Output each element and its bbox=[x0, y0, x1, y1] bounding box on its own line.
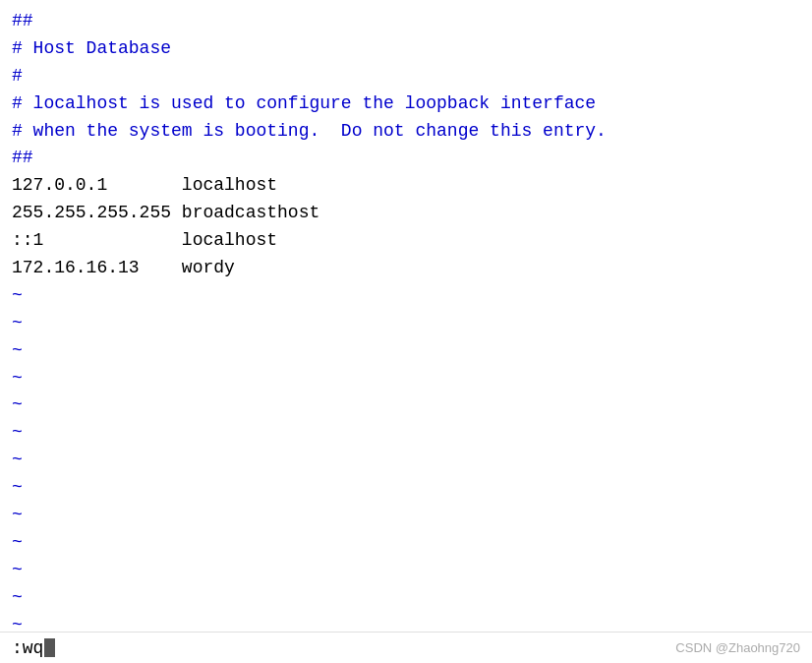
editor-line: ## bbox=[12, 8, 800, 35]
editor-line: 255.255.255.255 broadcasthost bbox=[12, 200, 800, 227]
tilde-line: ~ bbox=[12, 474, 800, 502]
editor-line: 172.16.16.13 wordy bbox=[12, 255, 800, 282]
editor-line: # when the system is booting. Do not cha… bbox=[12, 118, 800, 146]
tilde-line: ~ bbox=[12, 584, 800, 612]
editor-line: 127.0.0.1 localhost bbox=[12, 172, 800, 200]
tilde-line: ~ bbox=[12, 365, 800, 392]
editor-lines: ### Host Database## localhost is used to… bbox=[12, 8, 800, 282]
tilde-line: ~ bbox=[12, 529, 800, 557]
tilde-line: ~ bbox=[12, 502, 800, 529]
command-text: :wq bbox=[12, 638, 43, 658]
editor-line: # localhost is used to configure the loo… bbox=[12, 90, 800, 118]
editor-container: ### Host Database## localhost is used to… bbox=[0, 0, 812, 663]
tilde-line: ~ bbox=[12, 392, 800, 419]
tilde-line: ~ bbox=[12, 282, 800, 310]
tilde-line: ~ bbox=[12, 557, 800, 584]
editor-line: ## bbox=[12, 145, 800, 172]
cursor bbox=[44, 638, 55, 657]
tilde-line: ~ bbox=[12, 419, 800, 447]
tilde-lines: ~~~~~~~~~~~~~ bbox=[12, 282, 800, 639]
watermark: CSDN @Zhaohng720 bbox=[675, 640, 800, 655]
editor-line: ::1 localhost bbox=[12, 227, 800, 255]
status-bar: :wq CSDN @Zhaohng720 bbox=[0, 632, 812, 663]
command-line: :wq bbox=[12, 638, 55, 658]
editor-line: # Host Database bbox=[12, 35, 800, 63]
tilde-line: ~ bbox=[12, 447, 800, 474]
editor-line: # bbox=[12, 63, 800, 90]
tilde-line: ~ bbox=[12, 310, 800, 337]
tilde-line: ~ bbox=[12, 337, 800, 365]
